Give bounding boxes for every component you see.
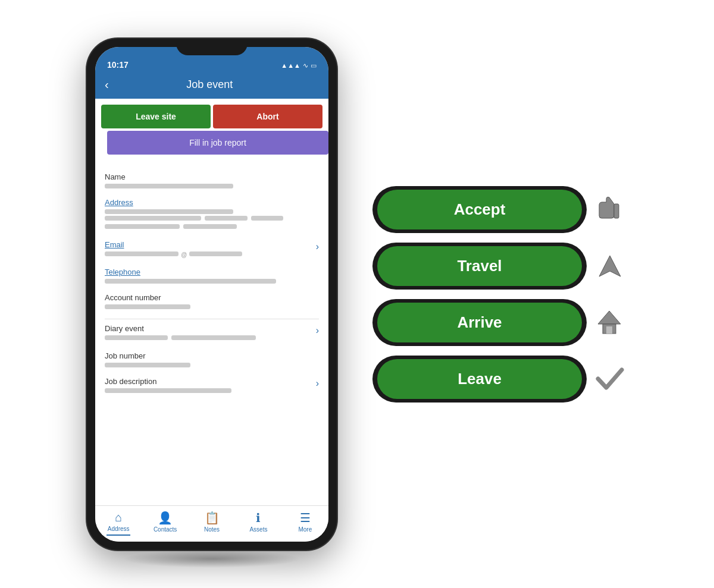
field-name: Name [105,172,319,188]
diary-label: Diary event [105,324,316,333]
address-line1 [105,209,233,214]
accept-pill: Accept [372,186,587,233]
svg-rect-0 [614,204,619,218]
fill-report-wrapper: Fill in job report [95,131,328,164]
job-description-label: Job description [105,377,316,386]
diary-chevron[interactable]: › [316,325,319,336]
diary-time [171,335,256,340]
nav-address-label: Address [108,526,130,532]
field-email: Email @ › [105,240,319,258]
bottom-nav: ⌂ Address 👤 Contacts 📋 Notes ℹ A [95,505,328,542]
svg-marker-1 [599,256,621,276]
telephone-label[interactable]: Telephone [105,268,319,276]
address-line2a [105,216,201,221]
arrive-pill: Arrive [372,299,587,346]
job-description-value [105,388,231,393]
field-address: Address [105,198,319,231]
nav-notes[interactable]: 📋 Notes [189,511,235,536]
account-label: Account number [105,293,319,302]
address-label[interactable]: Address [105,198,319,207]
nav-assets[interactable]: ℹ Assets [235,511,281,536]
nav-more-label: More [298,526,312,533]
accept-icon [591,191,627,227]
email-value1 [105,251,178,256]
abort-button[interactable]: Abort [213,105,322,128]
address-line2c [251,216,283,221]
scene: 10:17 ▲▲▲ ∿ ▭ ‹ Job event Leave site Abo… [0,0,714,588]
assets-nav-icon: ℹ [256,511,261,525]
accept-button[interactable]: Accept [377,190,582,229]
svg-marker-2 [598,311,621,324]
job-number-label: Job number [105,351,319,360]
field-telephone: Telephone [105,268,319,284]
battery-icon: ▭ [311,62,317,70]
nav-contacts-label: Contacts [154,526,177,533]
status-icons: ▲▲▲ ∿ ▭ [281,62,317,70]
job-description-chevron[interactable]: › [316,378,319,389]
wifi-icon: ∿ [303,62,308,70]
phone-screen: 10:17 ▲▲▲ ∿ ▭ ‹ Job event Leave site Abo… [95,47,328,542]
nav-more[interactable]: ☰ More [282,511,328,536]
job-number-value [105,363,190,367]
svg-rect-4 [606,326,612,334]
arrive-card: Arrive [372,299,627,346]
more-nav-icon: ☰ [300,511,311,525]
signal-icon: ▲▲▲ [281,62,300,69]
leave-icon [591,361,627,397]
notes-nav-icon: 📋 [205,511,220,525]
travel-pill: Travel [372,243,587,290]
address-line3a [105,224,180,229]
email-chevron[interactable]: › [316,241,319,252]
travel-button[interactable]: Travel [377,246,582,286]
name-value [105,184,233,188]
phone-body: 10:17 ▲▲▲ ∿ ▭ ‹ Job event Leave site Abo… [87,39,337,550]
action-cards: Accept Travel Arrive [372,186,627,403]
leave-card: Leave [372,356,627,403]
account-value [105,304,190,309]
nav-contacts[interactable]: 👤 Contacts [142,511,188,536]
telephone-value [105,279,276,284]
field-job-number: Job number [105,351,319,367]
email-label[interactable]: Email [105,240,316,249]
fill-report-button[interactable]: Fill in job report [107,131,328,155]
address-line2b [205,216,248,221]
action-buttons-row: Leave site Abort [95,99,328,131]
address-line3b [183,224,237,229]
status-time: 10:17 [107,60,129,70]
leave-pill: Leave [372,356,587,403]
phone-shadow [123,550,301,568]
travel-icon [591,248,627,284]
leave-site-button[interactable]: Leave site [101,105,211,128]
field-account: Account number [105,293,319,309]
back-button[interactable]: ‹ [105,78,109,92]
nav-address[interactable]: ⌂ Address [95,511,142,536]
arrive-icon [591,304,627,340]
leave-button[interactable]: Leave [377,359,582,399]
nav-assets-label: Assets [249,526,267,533]
header-title: Job event [115,78,305,91]
arrive-button[interactable]: Arrive [377,303,582,342]
address-nav-icon: ⌂ [115,511,122,524]
field-job-description: Job description › [105,377,319,395]
email-at: @ [181,251,187,258]
contacts-nav-icon: 👤 [158,511,173,525]
diary-date [105,335,168,340]
nav-underline [107,534,130,536]
content-area: Name Address [95,164,328,505]
nav-notes-label: Notes [204,526,220,533]
accept-card: Accept [372,186,627,233]
notch [176,39,248,55]
travel-card: Travel [372,243,627,290]
phone-wrapper: 10:17 ▲▲▲ ∿ ▭ ‹ Job event Leave site Abo… [87,39,337,550]
name-label: Name [105,172,319,181]
field-diary: Diary event › [105,324,319,342]
app-header: ‹ Job event [95,73,328,99]
email-value2 [189,251,242,256]
divider1 [105,319,319,319]
